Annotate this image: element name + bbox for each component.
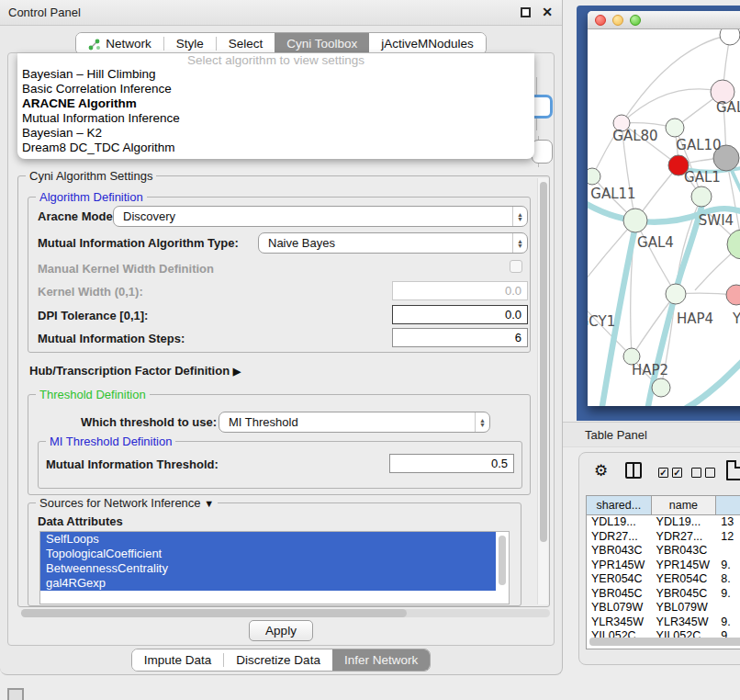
mi-threshold-field[interactable]: 0.5 — [389, 454, 514, 473]
table-row[interactable]: YBL079WYBL079W — [587, 601, 740, 615]
mi-type-combo[interactable]: Naive Bayes ▲▼ — [258, 232, 528, 254]
select-all-checkbox-icon[interactable]: ✓ — [672, 468, 682, 478]
dropdown-item[interactable]: Dream8 DC_TDC Algorithm — [17, 141, 534, 155]
sources-group-title[interactable]: Sources for Network Inference ▼ — [36, 496, 218, 510]
zoom-traffic-light-icon[interactable] — [630, 15, 641, 26]
svg-text:HAP4: HAP4 — [677, 310, 713, 327]
network-window-titlebar[interactable] — [588, 11, 740, 29]
table-header-row: shared... name A — [587, 496, 740, 515]
table-row[interactable]: YER054CYER054C8. — [587, 572, 740, 587]
gear-icon[interactable]: ⚙ — [594, 461, 608, 480]
svg-text:GCY1: GCY1 — [588, 313, 615, 330]
tab-infer-network[interactable]: Infer Network — [332, 649, 430, 671]
svg-text:GAL11: GAL11 — [590, 186, 635, 202]
tab-network[interactable]: Network — [76, 33, 163, 54]
dpi-tolerance-label: DPI Tolerance [0,1]: — [38, 309, 148, 322]
column-header[interactable]: name — [652, 496, 717, 514]
panel-title: Control Panel — [8, 0, 81, 26]
table-horizontal-scrollbar[interactable] — [589, 638, 740, 646]
dropdown-item[interactable]: Mutual Information Inference — [17, 111, 534, 126]
algorithm-definition-group: Algorithm Definition Aracne Mode: Discov… — [28, 197, 531, 353]
mi-steps-field[interactable]: 6 — [392, 328, 528, 347]
settings-vertical-scrollbar[interactable] — [537, 178, 548, 604]
table-row[interactable]: YBR043CYBR043C — [587, 544, 740, 559]
column-header[interactable]: A — [716, 496, 740, 514]
deselect-all-checkbox-icon[interactable] — [691, 468, 701, 478]
mi-threshold-label: Mutual Information Threshold: — [46, 457, 219, 471]
minimize-traffic-light-icon[interactable] — [612, 15, 623, 26]
dpi-tolerance-field[interactable]: 0.0 — [392, 305, 528, 324]
tab-jactivemnodules[interactable]: jActiveMNodules — [369, 33, 486, 54]
svg-text:GAL10: GAL10 — [676, 137, 721, 153]
table-row[interactable]: YDR27...YDR27...12 — [587, 530, 740, 545]
svg-text:SWI4: SWI4 — [699, 212, 734, 229]
table-row[interactable]: YPR145WYPR145W9. — [587, 559, 740, 573]
apply-button[interactable]: Apply — [249, 620, 313, 641]
mi-steps-label: Mutual Information Steps: — [38, 332, 185, 345]
export-table-icon[interactable] — [726, 460, 740, 480]
stepper-icon: ▲▼ — [475, 412, 489, 432]
mi-type-label: Mutual Information Algorithm Type: — [38, 236, 239, 250]
attribute-item[interactable]: gal4RGexp — [40, 576, 496, 591]
mi-threshold-group-title: MI Threshold Definition — [46, 435, 175, 448]
table-row[interactable]: YLR345WYLR345W9. — [587, 615, 740, 630]
stepper-icon: ▲▼ — [512, 207, 527, 226]
data-attributes-label: Data Attributes — [38, 514, 123, 528]
cyni-settings-group: Cyni Algorithm Settings Algorithm Defini… — [17, 175, 550, 607]
tab-style[interactable]: Style — [164, 33, 216, 54]
which-threshold-label: Which threshold to use: — [81, 415, 217, 429]
control-panel-titlebar: Control Panel ✕ — [0, 0, 562, 26]
select-all-checkbox-icon[interactable]: ✓ — [658, 468, 668, 478]
manual-kernel-label: Manual Kernel Width Definition — [38, 262, 214, 276]
close-traffic-light-icon[interactable] — [595, 15, 606, 26]
tab-select[interactable]: Select — [217, 33, 275, 54]
mi-threshold-group: MI Threshold Definition Mutual Informati… — [38, 441, 522, 489]
expanded-arrow-icon: ▼ — [204, 498, 214, 509]
table-panel-title: Table Panel — [585, 423, 647, 447]
network-icon — [88, 38, 101, 51]
column-header[interactable]: shared... — [587, 496, 652, 514]
dropdown-item[interactable]: Bayesian – Hill Climbing — [17, 67, 534, 82]
cyni-settings-title: Cyni Algorithm Settings — [26, 169, 156, 183]
manual-kernel-checkbox[interactable] — [510, 260, 522, 273]
hidden-table-combo[interactable] — [532, 140, 553, 164]
attribute-item[interactable]: SelfLoops — [40, 532, 496, 547]
tab-impute-data[interactable]: Impute Data — [132, 649, 224, 671]
float-panel-icon[interactable] — [521, 7, 531, 17]
dropdown-prompt: Select algorithm to view settings — [17, 53, 534, 67]
control-panel: Control Panel ✕ Network Style Select Cyn… — [0, 0, 563, 675]
network-view-window: GAL7GAL80GAL10GAL1GAL11GAL4SWI4GCY1HAP4Y… — [588, 11, 740, 406]
column-layout-icon[interactable] — [625, 462, 642, 479]
close-icon[interactable]: ✕ — [542, 5, 553, 19]
svg-text:Y: Y — [732, 310, 740, 327]
collapsed-arrow-icon: ▶ — [233, 366, 241, 377]
aracne-mode-combo[interactable]: Discovery ▲▼ — [113, 206, 528, 227]
attribute-item[interactable]: TopologicalCoefficient — [40, 547, 496, 561]
network-canvas[interactable]: GAL7GAL80GAL10GAL1GAL11GAL4SWI4GCY1HAP4Y… — [588, 29, 740, 406]
which-threshold-combo[interactable]: MI Threshold ▲▼ — [219, 412, 490, 433]
deselect-all-checkbox-icon[interactable] — [705, 468, 715, 478]
attributes-scrollbar[interactable] — [499, 536, 506, 585]
svg-text:HAP2: HAP2 — [632, 362, 668, 378]
tab-network-label: Network — [106, 37, 151, 51]
tab-cyni-toolbox[interactable]: Cyni Toolbox — [275, 33, 369, 54]
svg-text:GAL7: GAL7 — [716, 99, 740, 116]
network-graph: GAL7GAL80GAL10GAL1GAL11GAL4SWI4GCY1HAP4Y… — [588, 29, 740, 406]
minimized-panel-icon[interactable] — [7, 688, 24, 700]
table-row[interactable]: YBR045CYBR045C9. — [587, 587, 740, 602]
settings-horizontal-scrollbar[interactable] — [21, 609, 550, 617]
attribute-item[interactable]: BetweennessCentrality — [40, 561, 496, 576]
table-panel: ⚙ ✓ ✓ shared... name A YDL19...YDL19...1… — [578, 452, 740, 665]
hub-definition-toggle[interactable]: Hub/Transcription Factor Definition ▶ — [29, 364, 241, 378]
data-attributes-list[interactable]: SelfLoops TopologicalCoefficient Between… — [39, 531, 510, 604]
dropdown-item[interactable]: Bayesian – K2 — [17, 126, 534, 141]
threshold-definition-title: Threshold Definition — [36, 388, 150, 401]
kernel-width-field[interactable]: 0.0 — [392, 281, 528, 300]
tab-discretize-data[interactable]: Discretize Data — [224, 649, 332, 671]
table-row[interactable]: YDL19...YDL19...13 — [587, 515, 740, 530]
dropdown-item[interactable]: Basic Correlation Inference — [17, 82, 534, 96]
svg-text:GAL80: GAL80 — [612, 128, 657, 144]
svg-text:GAL4: GAL4 — [637, 234, 674, 251]
dropdown-item-selected[interactable]: ARACNE Algorithm — [17, 96, 534, 111]
table-panel-titlebar: Table Panel — [563, 422, 740, 447]
